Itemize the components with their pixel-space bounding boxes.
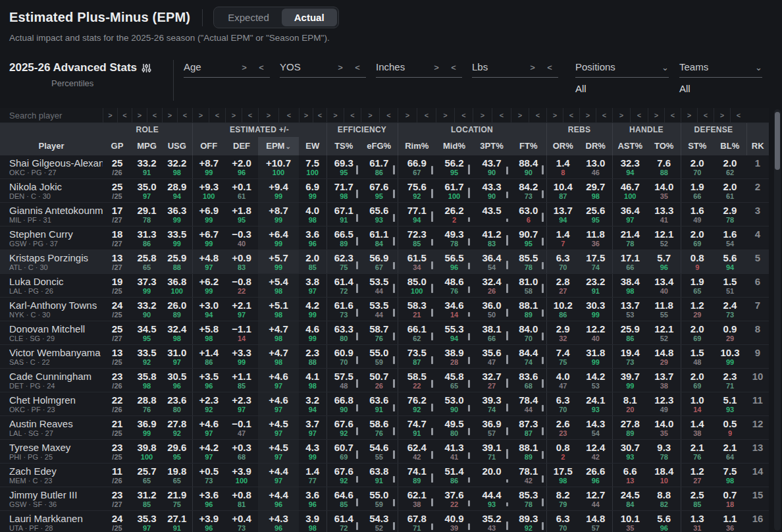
player-cell[interactable]: Victor Wembanyama SAS · C · 22	[0, 345, 103, 369]
filter-age-gt-button[interactable]: >	[236, 63, 253, 72]
player-cell[interactable]: Chet Holmgren OKC · PF · 23	[0, 392, 103, 416]
sort-desc-OR%[interactable]: <	[563, 108, 579, 122]
tab-expected[interactable]: Expected	[215, 9, 282, 26]
sort-asc-DR%[interactable]: >	[579, 108, 596, 122]
player-name[interactable]: Lauri Markkanen	[9, 513, 103, 524]
player-name[interactable]: Jimmy Butler III	[9, 489, 103, 500]
sort-desc-BL%[interactable]: <	[730, 108, 746, 122]
sort-desc-eFG%[interactable]: <	[379, 108, 398, 122]
search-input[interactable]	[0, 111, 99, 120]
sort-desc-GP[interactable]: <	[117, 108, 132, 122]
sort-asc-BL%[interactable]: >	[714, 108, 730, 122]
player-cell[interactable]: Jimmy Butler III GSW · SF · 36	[0, 487, 103, 511]
sort-desc-Rim%[interactable]: <	[417, 108, 436, 122]
sort-desc-DEF[interactable]: <	[242, 108, 258, 122]
col-header-BL%[interactable]: BL%	[714, 137, 746, 155]
positions-dropdown[interactable]: Positions ⌄	[575, 61, 669, 78]
sort-desc-3PT%[interactable]: <	[492, 108, 511, 122]
sort-desc-ST%[interactable]: <	[697, 108, 714, 122]
player-cell[interactable]: Giannis Antetokounmpo MIL · PF · 31	[0, 203, 103, 226]
player-name[interactable]: Tyrese Maxey	[9, 442, 103, 453]
col-header-OFF[interactable]: OFF	[192, 137, 225, 155]
sort-desc-OFF[interactable]: <	[209, 108, 225, 122]
sort-asc-TO%[interactable]: >	[648, 108, 664, 122]
scrollbar-thumb[interactable]	[775, 112, 780, 170]
filter-lbs-lt-button[interactable]: <	[541, 63, 558, 72]
sort-asc-OR%[interactable]: >	[546, 108, 563, 122]
sort-asc-GP[interactable]: >	[103, 108, 117, 122]
sort-desc-TS%[interactable]: <	[344, 108, 361, 122]
sort-desc-DR%[interactable]: <	[596, 108, 612, 122]
sort-asc-DEF[interactable]: >	[225, 108, 242, 122]
player-name[interactable]: Nikola Jokic	[9, 181, 103, 192]
col-header-TS%[interactable]: TS%	[326, 137, 361, 155]
col-header-RK[interactable]: RK	[746, 137, 769, 155]
sort-asc-USG[interactable]: >	[162, 108, 177, 122]
player-cell[interactable]: Tyrese Maxey PHI · PG · 25	[0, 440, 103, 464]
col-header-Player[interactable]: Player	[0, 137, 103, 155]
col-header-GP[interactable]: GP	[103, 137, 132, 155]
col-header-DEF[interactable]: DEF	[225, 137, 258, 155]
player-name[interactable]: Karl-Anthony Towns	[9, 300, 103, 311]
col-header-OR%[interactable]: OR%	[546, 137, 579, 155]
player-name[interactable]: Luka Doncic	[9, 276, 103, 287]
player-cell[interactable]: Kristaps Porzingis ATL · C · 30	[0, 250, 103, 274]
player-cell[interactable]: Luka Doncic LAL · PG · 26	[0, 274, 103, 298]
tab-actual[interactable]: Actual	[282, 9, 337, 26]
sort-desc-MPG[interactable]: <	[147, 108, 162, 122]
sort-desc-EW[interactable]: <	[313, 108, 326, 122]
player-name[interactable]: Cade Cunningham	[9, 371, 103, 382]
col-header-EPM[interactable]: EPM⌄	[258, 137, 299, 155]
player-name[interactable]: Kristaps Porzingis	[9, 252, 103, 263]
sort-asc-EPM[interactable]: >	[258, 108, 278, 122]
player-cell[interactable]: Stephen Curry GSW · PG · 37	[0, 226, 103, 250]
sort-asc-TS%[interactable]: >	[326, 108, 344, 122]
col-header-AST%[interactable]: AST%	[612, 137, 648, 155]
col-header-DR%[interactable]: DR%	[579, 137, 612, 155]
col-header-Mid%[interactable]: Mid%	[436, 137, 473, 155]
player-name[interactable]: Giannis Antetokounmpo	[9, 205, 103, 216]
col-header-USG[interactable]: USG	[162, 137, 192, 155]
col-header-MPG[interactable]: MPG	[132, 137, 162, 155]
player-cell[interactable]: Austin Reaves LAL · SG · 27	[0, 416, 103, 440]
sort-asc-ST%[interactable]: >	[681, 108, 697, 122]
player-cell[interactable]: Zach Edey MEM · C · 23	[0, 464, 103, 487]
vertical-scrollbar[interactable]	[774, 109, 781, 531]
sort-asc-OFF[interactable]: >	[192, 108, 209, 122]
sort-desc-EPM[interactable]: <	[278, 108, 299, 122]
filter-inches-gt-button[interactable]: >	[428, 63, 445, 72]
sort-desc-TO%[interactable]: <	[664, 108, 681, 122]
filter-yos-gt-button[interactable]: >	[332, 63, 349, 72]
col-header-ST%[interactable]: ST%	[681, 137, 714, 155]
sort-desc-FT%[interactable]: <	[529, 108, 546, 122]
player-name[interactable]: Chet Holmgren	[9, 394, 103, 406]
teams-dropdown[interactable]: Teams ⌄	[679, 61, 762, 78]
sort-desc-AST%[interactable]: <	[630, 108, 648, 122]
col-header-TO%[interactable]: TO%	[648, 137, 681, 155]
sort-asc-eFG%[interactable]: >	[361, 108, 379, 122]
col-header-EW[interactable]: EW	[299, 137, 326, 155]
player-name[interactable]: Victor Wembanyama	[9, 347, 103, 358]
filter-inches-lt-button[interactable]: <	[445, 63, 462, 72]
sort-asc-Mid%[interactable]: >	[436, 108, 454, 122]
col-header-Rim%[interactable]: Rim%	[398, 137, 436, 155]
col-header-3PT%[interactable]: 3PT%	[473, 137, 511, 155]
player-name[interactable]: Stephen Curry	[9, 228, 103, 240]
player-name[interactable]: Austin Reaves	[9, 418, 103, 429]
filter-lbs-gt-button[interactable]: >	[524, 63, 541, 72]
sort-asc-Rim%[interactable]: >	[398, 108, 417, 122]
filter-age-lt-button[interactable]: <	[253, 63, 270, 72]
player-cell[interactable]: Shai Gilgeous-Alexan... OKC · PG · 27	[0, 155, 103, 179]
player-cell[interactable]: Lauri Markkanen UTA · PF · 28	[0, 511, 103, 532]
sort-asc-EW[interactable]: >	[299, 108, 313, 122]
filter-yos-lt-button[interactable]: <	[349, 63, 366, 72]
player-name[interactable]: Shai Gilgeous-Alexan...	[9, 157, 103, 169]
player-name[interactable]: Zach Edey	[9, 466, 103, 477]
col-header-eFG%[interactable]: eFG%	[361, 137, 398, 155]
player-cell[interactable]: Cade Cunningham DET · PG · 24	[0, 369, 103, 392]
player-name[interactable]: Donovan Mitchell	[9, 323, 103, 334]
player-cell[interactable]: Karl-Anthony Towns NYK · C · 30	[0, 298, 103, 321]
sort-desc-Mid%[interactable]: <	[454, 108, 473, 122]
sort-desc-USG[interactable]: <	[177, 108, 192, 122]
player-cell[interactable]: Donovan Mitchell CLE · SG · 29	[0, 321, 103, 345]
